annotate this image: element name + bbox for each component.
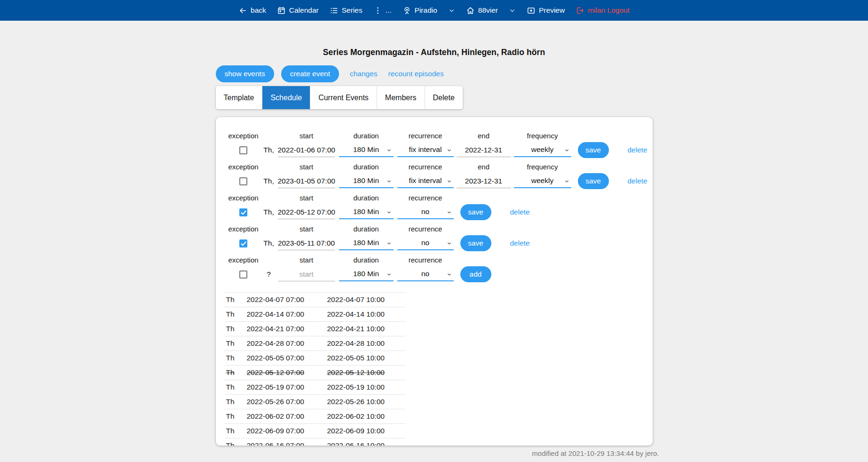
nav-item-series[interactable]: Series (330, 6, 363, 15)
recurrence-select[interactable]: fix interval (397, 175, 454, 188)
chevron-down-icon (448, 7, 455, 14)
tab-current-events[interactable]: Current Events (310, 86, 377, 109)
exception-checkbox[interactable] (239, 271, 247, 279)
day-column: Th, (261, 193, 277, 221)
duration-select-value: 180 Min (353, 145, 379, 154)
tab-delete[interactable]: Delete (425, 86, 463, 109)
event-start: 2022-04-21 07:00 (245, 322, 325, 336)
action-column: save (460, 224, 491, 252)
tab-members[interactable]: Members (377, 86, 425, 109)
recurrence-column: recurrencefix interval (397, 162, 454, 190)
recurrence-select[interactable]: no (397, 237, 454, 250)
nav-item-logout[interactable]: milan Logout (576, 6, 630, 15)
day-label: Th, (263, 177, 274, 185)
day-label: Th, (263, 208, 274, 216)
save-button[interactable]: save (460, 235, 491, 251)
delete-link[interactable]: delete (510, 239, 530, 247)
event-end: 2022-06-02 10:00 (325, 409, 405, 424)
start-input[interactable] (278, 268, 335, 281)
exception-checkbox[interactable] (239, 146, 247, 154)
nav-item-label: Piradio (415, 6, 437, 15)
delete-link[interactable]: delete (628, 146, 647, 154)
duration-column: duration180 Min (339, 255, 394, 283)
duration-select[interactable]: 180 Min (339, 175, 394, 188)
schedule-card: exception Th,startduration180 Minrecurre… (216, 117, 653, 446)
end-input[interactable] (457, 143, 511, 157)
nav-item-label: ... (386, 6, 392, 15)
start-input[interactable] (278, 143, 335, 157)
chevron-down-icon (387, 148, 392, 153)
arrow-left-icon (238, 6, 247, 15)
tab-template[interactable]: Template (216, 86, 263, 109)
exception-checkbox[interactable] (239, 208, 247, 216)
end-column: end (457, 162, 511, 190)
changes-link[interactable]: changes (350, 70, 378, 78)
day-label: Th, (263, 239, 274, 247)
delete-link[interactable]: delete (628, 177, 647, 185)
action-column: add (460, 255, 491, 283)
chevron-down-icon (447, 179, 452, 184)
event-start: 2022-04-07 07:00 (245, 293, 325, 307)
event-row: Th2022-04-28 07:002022-04-28 10:00 (224, 336, 405, 351)
duration-select[interactable]: 180 Min (339, 143, 394, 157)
show-events-button[interactable]: show events (216, 65, 274, 82)
duration-column: duration180 Min (339, 224, 394, 252)
column-label: start (300, 224, 313, 235)
nav-item-back[interactable]: back (238, 6, 266, 15)
event-end: 2022-05-19 10:00 (325, 380, 405, 395)
start-input[interactable] (278, 175, 335, 188)
action-column: save (578, 162, 609, 190)
duration-select[interactable]: 180 Min (339, 268, 394, 281)
schedule-row: exception ?startduration180 Minrecurrenc… (227, 255, 653, 283)
column-label (592, 162, 594, 173)
nav-item-label: Series (342, 6, 363, 15)
save-button[interactable]: save (578, 142, 609, 158)
duration-select[interactable]: 180 Min (339, 206, 394, 219)
event-start: 2022-06-09 07:00 (245, 424, 325, 438)
schedule-row: exception Th,startduration180 Minrecurre… (227, 193, 653, 221)
recurrence-select[interactable]: no (397, 268, 454, 281)
recurrence-column: recurrenceno (397, 224, 454, 252)
end-input[interactable] (457, 175, 511, 188)
event-row: Th2022-05-19 07:002022-05-19 10:00 (224, 380, 405, 395)
day-column: Th, (261, 131, 277, 159)
column-label: exception (228, 162, 258, 173)
delete-column: delete (628, 131, 647, 159)
create-event-button[interactable]: create event (281, 65, 339, 82)
exception-checkbox[interactable] (239, 177, 247, 185)
delete-link[interactable]: delete (510, 208, 530, 216)
nav-item-piradio-dropdown[interactable] (448, 7, 455, 14)
tab-schedule[interactable]: Schedule (262, 86, 310, 109)
event-day: Th (224, 380, 245, 395)
nav-item-station-88vier[interactable]: 88vier (466, 6, 498, 15)
day-label: ? (267, 270, 271, 279)
nav-item-calendar[interactable]: Calendar (277, 6, 319, 15)
add-button[interactable]: add (460, 266, 491, 282)
recount-episodes-link[interactable]: recount episodes (388, 70, 444, 78)
start-input[interactable] (278, 206, 335, 219)
recurrence-select[interactable]: fix interval (397, 143, 454, 157)
recurrence-select[interactable]: no (397, 206, 454, 219)
column-label: exception (228, 193, 258, 204)
event-start: 2022-05-12 07:00 (245, 366, 325, 380)
event-row: Th2022-04-14 07:002022-04-14 10:00 (224, 307, 405, 322)
save-button[interactable]: save (460, 204, 491, 220)
events-table: Th2022-04-07 07:002022-04-07 10:00Th2022… (224, 292, 405, 446)
frequency-select[interactable]: weekly (514, 175, 571, 188)
start-input[interactable] (278, 237, 335, 250)
frequency-select[interactable]: weekly (514, 143, 571, 157)
nav-item-more[interactable]: ... (373, 6, 392, 15)
column-label (268, 162, 269, 173)
recurrence-select-value: fix interval (409, 176, 442, 185)
duration-select-value: 180 Min (353, 239, 379, 247)
duration-select[interactable]: 180 Min (339, 237, 394, 250)
event-row: Th2022-06-02 07:002022-06-02 10:00 (224, 409, 405, 424)
nav-item-piradio[interactable]: Piradio (402, 6, 437, 15)
nav-item-station-dropdown[interactable] (509, 7, 516, 14)
nav-item-preview[interactable]: Preview (527, 6, 565, 15)
start-column: start (278, 255, 335, 283)
save-button[interactable]: save (578, 173, 609, 189)
column-label (637, 131, 639, 142)
column-label: recurrence (409, 162, 442, 173)
exception-checkbox[interactable] (239, 239, 247, 247)
